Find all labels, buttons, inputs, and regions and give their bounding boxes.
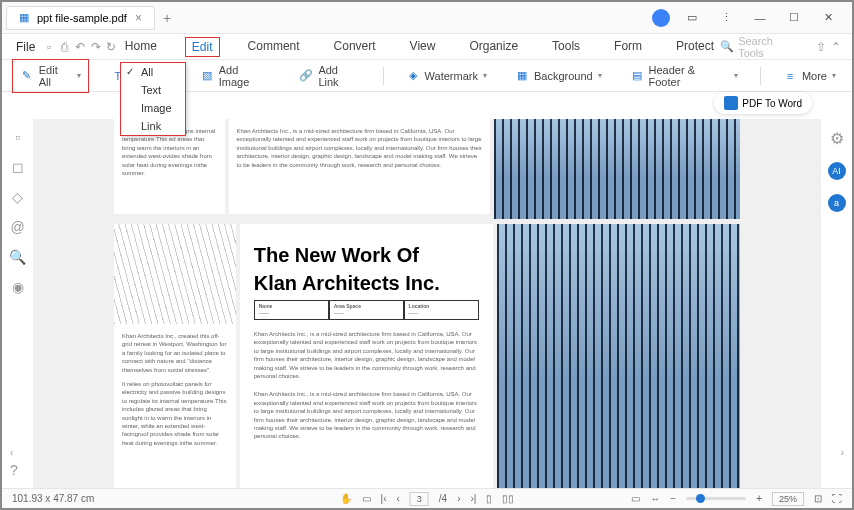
user-avatar[interactable] (652, 9, 670, 27)
undo-icon[interactable]: ↶ (72, 39, 88, 55)
page-image (494, 119, 740, 219)
bookmarks-icon[interactable]: ◻ (12, 159, 24, 175)
header-footer-button[interactable]: ▤Header & Footer▾ (624, 61, 744, 91)
zoom-in-icon[interactable]: + (756, 493, 762, 504)
next-page-icon[interactable]: › (457, 493, 460, 504)
fit-width-icon[interactable]: ↔ (650, 493, 660, 504)
chevron-down-icon: ▾ (77, 71, 81, 80)
dropdown-item-link[interactable]: Link (121, 117, 185, 135)
menu-organize[interactable]: Organize (463, 37, 524, 57)
page-headline: The New Work Of (254, 244, 479, 266)
search-panel-icon[interactable]: 🔍 (9, 249, 26, 265)
menu-tools[interactable]: Tools (546, 37, 586, 57)
last-page-icon[interactable]: ›| (471, 493, 477, 504)
dropdown-item-image[interactable]: Image (121, 99, 185, 117)
layers-icon[interactable]: ◉ (12, 279, 24, 295)
scroll-right-icon[interactable]: › (841, 447, 844, 458)
menu-comment[interactable]: Comment (242, 37, 306, 57)
continuous-icon[interactable]: ▯▯ (502, 493, 514, 504)
search-icon: 🔍 (720, 40, 734, 53)
pdf-to-word-button[interactable]: PDF To Word (714, 92, 812, 114)
zoom-value[interactable]: 25% (772, 492, 804, 506)
background-button[interactable]: ▦Background▾ (509, 66, 608, 86)
zoom-out-icon[interactable]: − (670, 493, 676, 504)
zoom-slider[interactable] (686, 497, 746, 500)
add-image-button[interactable]: ▧Add Image (194, 61, 277, 91)
maximize-button[interactable]: ☐ (782, 6, 806, 30)
document-tab[interactable]: ▦ ppt file-sample.pdf × (6, 6, 155, 30)
print-icon[interactable]: ⎙ (57, 39, 73, 55)
word-icon (724, 96, 738, 110)
page-table: Name—— Area Space—— Location—— (254, 300, 479, 320)
thumbnails-icon[interactable]: ▫ (15, 129, 20, 145)
page-number-input[interactable]: 3 (410, 492, 429, 506)
edit-all-dropdown: All Text Image Link (120, 62, 186, 136)
minimize-button[interactable]: — (748, 6, 772, 30)
fit-page-icon[interactable]: ⊡ (814, 493, 822, 504)
close-tab-icon[interactable]: × (135, 11, 142, 25)
scroll-left-icon[interactable]: ‹ (10, 447, 13, 458)
close-window-button[interactable]: ✕ (816, 6, 840, 30)
messages-icon[interactable]: ▭ (680, 6, 704, 30)
prev-page-icon[interactable]: ‹ (396, 493, 399, 504)
status-dimensions: 101.93 x 47.87 cm (12, 493, 94, 504)
menu-convert[interactable]: Convert (328, 37, 382, 57)
hand-tool-icon[interactable]: ✋ (340, 493, 352, 504)
help-icon[interactable]: ? (10, 462, 18, 478)
more-button[interactable]: ≡More▾ (777, 66, 842, 86)
file-menu[interactable]: File (10, 40, 41, 54)
attachments-icon[interactable]: @ (10, 219, 24, 235)
more-icon: ≡ (783, 69, 797, 83)
collapse-ribbon-icon[interactable]: ⌃ (828, 39, 844, 55)
fullscreen-icon[interactable]: ⛶ (832, 493, 842, 504)
menu-home[interactable]: Home (119, 37, 163, 57)
single-page-icon[interactable]: ▯ (486, 493, 492, 504)
menu-edit[interactable]: Edit (185, 37, 220, 57)
more-icon[interactable]: ⋮ (714, 6, 738, 30)
redo-icon[interactable]: ↷ (88, 39, 104, 55)
tab-title: ppt file-sample.pdf (37, 12, 127, 24)
translate-icon[interactable]: a (828, 194, 846, 212)
watermark-icon: ◈ (406, 69, 420, 83)
history-icon[interactable]: ↻ (103, 39, 119, 55)
read-mode-icon[interactable]: ▭ (631, 493, 640, 504)
new-tab-button[interactable]: + (163, 10, 171, 26)
menu-form[interactable]: Form (608, 37, 648, 57)
page-total: /4 (439, 493, 447, 504)
watermark-button[interactable]: ◈Watermark▾ (400, 66, 493, 86)
page-headline: Klan Architects Inc. (254, 272, 479, 294)
dropdown-item-all[interactable]: All (121, 63, 185, 81)
upload-icon[interactable]: ⇧ (813, 39, 829, 55)
comments-icon[interactable]: ◇ (12, 189, 23, 205)
edit-all-button[interactable]: ✎ Edit All ▾ (14, 61, 87, 91)
menu-protect[interactable]: Protect (670, 37, 720, 57)
document-viewport[interactable]: of passive building designs internal tem… (34, 119, 820, 488)
header-footer-icon: ▤ (630, 69, 644, 83)
background-icon: ▦ (515, 69, 529, 83)
ai-assistant-icon[interactable]: AI (828, 162, 846, 180)
link-icon: 🔗 (299, 69, 313, 83)
image-icon: ▧ (200, 69, 214, 83)
select-tool-icon[interactable]: ▭ (362, 493, 371, 504)
settings-icon[interactable]: ⚙ (830, 129, 844, 148)
save-icon[interactable]: ▫ (41, 39, 57, 55)
pencil-icon: ✎ (20, 69, 34, 83)
search-tools[interactable]: 🔍 Search Tools (720, 35, 799, 59)
first-page-icon[interactable]: |‹ (381, 493, 387, 504)
add-link-button[interactable]: 🔗Add Link (293, 61, 366, 91)
menu-view[interactable]: View (404, 37, 442, 57)
dropdown-item-text[interactable]: Text (121, 81, 185, 99)
page-image (497, 224, 740, 488)
page-image (114, 224, 236, 324)
